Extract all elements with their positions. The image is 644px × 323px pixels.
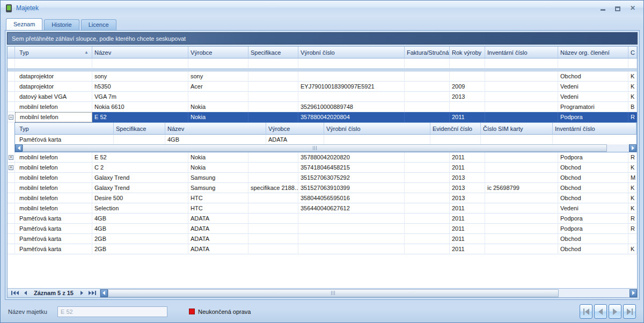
- grid-row[interactable]: +mobilní telefonE 52Nokia357880042020820…: [8, 152, 637, 163]
- grid-cell[interactable]: 2011: [450, 203, 485, 214]
- grid-cell[interactable]: M: [628, 173, 637, 183]
- grid-cell[interactable]: [485, 244, 558, 254]
- grid-cell[interactable]: K: [628, 71, 637, 82]
- grid-cell[interactable]: [405, 244, 450, 254]
- grid-cell[interactable]: Podpora: [558, 152, 628, 163]
- grid-cell[interactable]: VGA 7m: [92, 92, 188, 102]
- grid-cell[interactable]: datový kabel VGA: [15, 92, 92, 102]
- grid-cell[interactable]: [405, 193, 450, 203]
- tab-licence[interactable]: Licence: [81, 19, 116, 30]
- grid-cell[interactable]: 2013: [450, 92, 485, 102]
- grid-cell[interactable]: [298, 224, 405, 234]
- grid-cell[interactable]: 2013: [450, 193, 485, 203]
- grid-cell[interactable]: [405, 183, 450, 193]
- grid-cell[interactable]: R: [628, 224, 637, 234]
- grid-cell[interactable]: [485, 214, 558, 224]
- grid-cell[interactable]: [15, 58, 92, 69]
- grid-cell[interactable]: mobilní telefon: [15, 152, 92, 163]
- grid-cell[interactable]: [248, 58, 298, 69]
- close-button[interactable]: ✕: [627, 4, 638, 12]
- grid-cell[interactable]: [248, 224, 298, 234]
- nav-last-button[interactable]: [623, 304, 636, 319]
- grid-cell[interactable]: mobilní telefon: [15, 193, 92, 203]
- grid-cell[interactable]: [298, 244, 405, 254]
- grid-cell[interactable]: 2009: [450, 82, 485, 92]
- grid-cell[interactable]: [248, 214, 298, 224]
- grid-cell[interactable]: Paměťová karta: [15, 224, 92, 234]
- grid-row[interactable]: mobilní telefonSelectionHTC3564400406276…: [8, 203, 637, 214]
- grid-cell[interactable]: [485, 203, 558, 214]
- grid-cell[interactable]: Nokia: [188, 102, 248, 112]
- grid-cell[interactable]: 2011: [450, 234, 485, 244]
- grid-cell[interactable]: Obchod: [558, 193, 628, 203]
- grid-cell[interactable]: EYJ79010018390097E5921: [298, 82, 405, 92]
- grid-cell[interactable]: [450, 71, 485, 82]
- grid-cell[interactable]: Obchod: [558, 71, 628, 82]
- grid-row[interactable]: mobilní telefonGalaxy TrendSamsung351527…: [8, 173, 637, 183]
- grid-cell[interactable]: 2011: [450, 224, 485, 234]
- grid-column-header-9[interactable]: C: [628, 47, 637, 58]
- detail-column-header-5[interactable]: Evidenční číslo: [430, 123, 481, 135]
- grid-cell[interactable]: 2013: [450, 173, 485, 183]
- grid-cell[interactable]: [405, 234, 450, 244]
- expand-row-icon[interactable]: +: [9, 165, 13, 170]
- grid-cell[interactable]: Programatori: [558, 102, 628, 112]
- detail-grid-cell[interactable]: ADATA: [266, 135, 324, 144]
- grid-cell[interactable]: h5350: [92, 82, 188, 92]
- detail-grid-cell[interactable]: [324, 135, 430, 144]
- maximize-button[interactable]: [612, 4, 623, 12]
- grid-cell[interactable]: E 52: [92, 152, 188, 163]
- grid-cell[interactable]: [628, 58, 637, 69]
- grid-cell[interactable]: [405, 163, 450, 173]
- grid-cell[interactable]: [248, 163, 298, 173]
- grid-cell[interactable]: ADATA: [188, 234, 248, 244]
- grid-cell[interactable]: 2011: [450, 112, 485, 122]
- grid-cell[interactable]: Acer: [188, 82, 248, 92]
- grid-column-header-2[interactable]: Výrobce: [188, 47, 248, 58]
- grid-cell[interactable]: [248, 152, 298, 163]
- grid-cell[interactable]: 351527063075292: [298, 173, 405, 183]
- grid-cell[interactable]: [485, 58, 558, 69]
- grid-cell[interactable]: E 52: [92, 112, 188, 122]
- grid-cell[interactable]: [485, 71, 558, 82]
- grid-cell[interactable]: mobilní telefon: [15, 112, 92, 122]
- grid-cell[interactable]: [248, 173, 298, 183]
- grid-cell[interactable]: Nokia 6610: [92, 102, 188, 112]
- grid-row[interactable]: Paměťová karta4GBADATA2011PodporaR: [8, 224, 637, 234]
- grid-cell[interactable]: ADATA: [188, 224, 248, 234]
- grid-cell[interactable]: Obchod: [558, 234, 628, 244]
- grid-cell[interactable]: Obchod: [558, 183, 628, 193]
- record-last-button[interactable]: [86, 289, 99, 297]
- grid-cell[interactable]: 358044056595016: [298, 193, 405, 203]
- grid-cell[interactable]: HTC: [188, 203, 248, 214]
- record-prev-button[interactable]: [21, 289, 30, 297]
- grid-cell[interactable]: [248, 82, 298, 92]
- grid-cell[interactable]: [485, 82, 558, 92]
- grid-cell[interactable]: Samsung: [188, 173, 248, 183]
- grid-cell[interactable]: [405, 173, 450, 183]
- grid-cell[interactable]: [485, 224, 558, 234]
- grid-cell[interactable]: [485, 193, 558, 203]
- grid-h-scrollbar-track[interactable]: [559, 289, 630, 297]
- grid-cell[interactable]: [248, 102, 298, 112]
- grid-cell[interactable]: ADATA: [188, 214, 248, 224]
- grid-column-header-0[interactable]: Typ▲: [15, 47, 92, 58]
- grid-cell[interactable]: 4GB: [92, 224, 188, 234]
- record-next-button[interactable]: [78, 289, 86, 297]
- grid-cell[interactable]: Podpora: [558, 112, 628, 122]
- grid-cell[interactable]: K: [628, 92, 637, 102]
- grid-cell[interactable]: Selection: [92, 203, 188, 214]
- grid-cell[interactable]: Vedeni: [558, 92, 628, 102]
- grid-h-scrollbar-right-arrow[interactable]: [630, 289, 637, 297]
- grid-cell[interactable]: [405, 112, 450, 122]
- grid-cell[interactable]: K: [628, 183, 637, 193]
- grid-row[interactable]: datový kabel VGAVGA 7m2013VedeniK: [8, 92, 637, 102]
- grid-cell[interactable]: sony: [92, 71, 188, 82]
- grid-cell[interactable]: Desire 500: [92, 193, 188, 203]
- tab-seznam[interactable]: Seznam: [6, 18, 42, 30]
- grid-cell[interactable]: R: [628, 152, 637, 163]
- grid-column-header-3[interactable]: Specifikace: [248, 47, 298, 58]
- nav-prev-button[interactable]: [594, 304, 607, 319]
- grid-cell[interactable]: K: [628, 203, 637, 214]
- grid-cell[interactable]: 357880042020804: [298, 112, 405, 122]
